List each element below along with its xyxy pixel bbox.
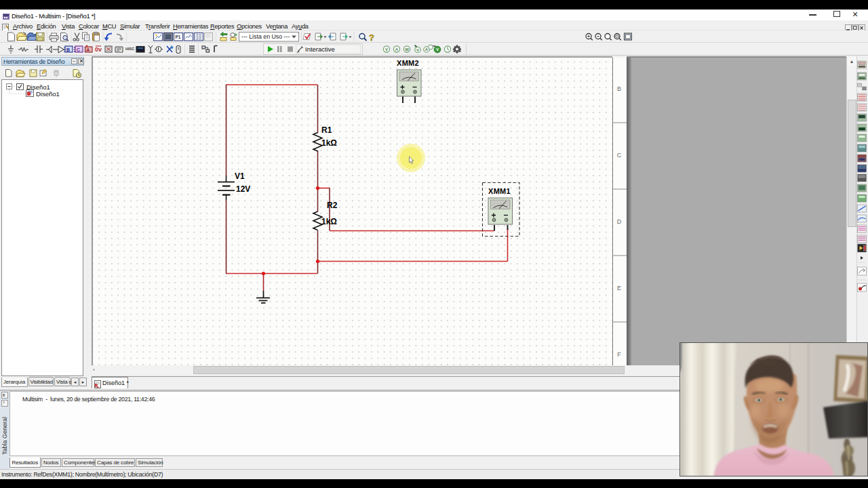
svg-text:A: A	[87, 47, 90, 52]
svg-text:V: V	[416, 48, 419, 52]
svg-text:E: E	[617, 285, 621, 291]
svg-text:?: ?	[369, 33, 374, 43]
svg-text:F: F	[617, 351, 621, 358]
svg-text:V1: V1	[235, 171, 245, 181]
svg-text:1kΩ: 1kΩ	[321, 217, 337, 226]
svg-text:V: V	[436, 47, 439, 52]
svg-text:XMM2: XMM2	[397, 59, 419, 67]
svg-text:Interactive: Interactive	[305, 45, 335, 53]
svg-text:W: W	[405, 47, 409, 52]
svg-text:B: B	[66, 47, 70, 52]
svg-text:--- Lista en Uso ---: --- Lista en Uso ---	[241, 33, 290, 40]
svg-text:A: A	[395, 47, 399, 52]
svg-text:0v: 0v	[95, 46, 102, 53]
svg-text:12V: 12V	[236, 184, 250, 194]
svg-text:C: C	[617, 152, 622, 159]
svg-text:A: A	[425, 47, 429, 52]
svg-text:B: B	[617, 85, 621, 92]
svg-text:C: C	[77, 47, 80, 52]
svg-text:R1: R1	[321, 125, 332, 135]
svg-text:XMM1: XMM1	[488, 187, 511, 195]
svg-text:D: D	[617, 218, 622, 225]
svg-text:P1: P1	[176, 35, 181, 39]
svg-text:R2: R2	[327, 201, 338, 210]
svg-text:HISC: HISC	[125, 47, 134, 51]
svg-text:1kΩ: 1kΩ	[321, 138, 337, 148]
svg-text:V: V	[385, 47, 388, 52]
